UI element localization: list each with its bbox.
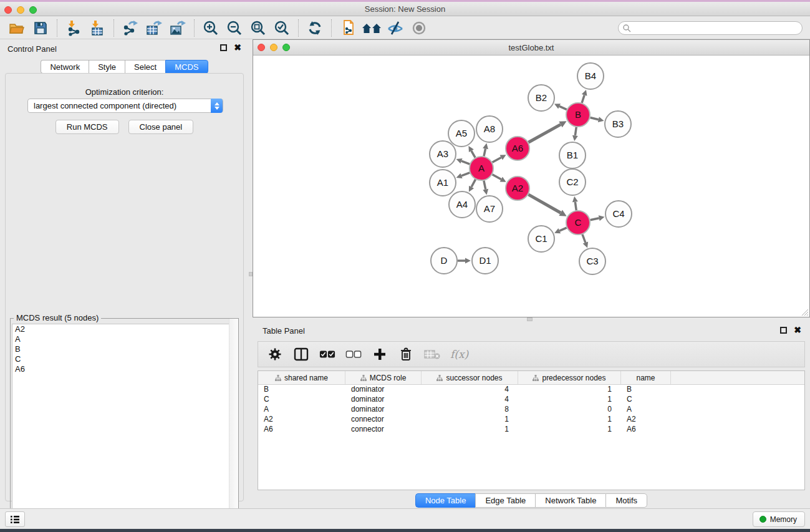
search-input[interactable] [618, 21, 803, 35]
graph-node-A3[interactable]: A3 [430, 141, 456, 167]
graph-node-B[interactable]: B [566, 103, 590, 127]
table-cell[interactable]: 8 [422, 405, 518, 415]
save-session-button[interactable] [29, 18, 52, 38]
table-cell[interactable]: 0 [518, 405, 621, 415]
column-header-name[interactable]: name [621, 371, 671, 384]
table-cell[interactable]: connector [345, 425, 422, 435]
new-network-from-selection-button[interactable] [336, 18, 360, 38]
import-network-button[interactable] [62, 18, 85, 38]
close-panel-button[interactable]: Close panel [128, 120, 194, 134]
table-cell[interactable]: C [621, 395, 671, 405]
graph-edge-C-C1[interactable] [559, 228, 566, 231]
graph-edge-B-B2[interactable] [559, 106, 567, 109]
tab-network-table[interactable]: Network Table [535, 493, 605, 508]
table-cell[interactable]: 1 [518, 425, 621, 435]
graph-node-A8[interactable]: A8 [476, 116, 503, 142]
graph-node-B2[interactable]: B2 [528, 85, 554, 111]
table-cell[interactable]: B [621, 385, 671, 395]
graph-node-B1[interactable]: B1 [559, 142, 586, 168]
node-table[interactable]: shared nameMCDS rolesuccessor nodesprede… [258, 370, 805, 490]
table-cell[interactable]: 1 [422, 425, 518, 435]
mcds-result-item[interactable]: B [12, 344, 236, 354]
show-graphics-details-button[interactable] [407, 18, 431, 38]
tab-motifs[interactable]: Motifs [605, 493, 647, 508]
show-column-panel-button[interactable] [293, 345, 309, 364]
zoom-fit-button[interactable] [246, 18, 270, 38]
table-cell[interactable]: A6 [621, 425, 671, 435]
create-column-button[interactable] [372, 345, 388, 364]
float-table-panel-icon[interactable] [780, 327, 787, 334]
graph-node-D1[interactable]: D1 [472, 248, 498, 274]
delete-columns-button[interactable] [398, 345, 414, 364]
zoom-out-button[interactable] [223, 18, 246, 38]
graph-node-A2[interactable]: A2 [506, 177, 529, 200]
export-image-button[interactable] [166, 18, 190, 38]
graph-node-A1[interactable]: A1 [430, 170, 456, 196]
mcds-result-list[interactable]: A2ABCA6 [12, 324, 237, 531]
network-canvas[interactable]: AA1A2A3A4A5A6A7A8BB1B2B3B4CC1C2C3C4DD1 [253, 56, 809, 317]
refresh-button[interactable] [303, 18, 327, 38]
graph-edge-A-A2[interactable] [493, 175, 501, 180]
graph-node-A6[interactable]: A6 [506, 137, 529, 160]
graph-node-C4[interactable]: C4 [605, 201, 632, 227]
export-network-button[interactable] [118, 18, 142, 38]
tab-style[interactable]: Style [89, 60, 125, 74]
zoom-in-button[interactable] [199, 18, 223, 38]
table-settings-button[interactable] [267, 345, 283, 364]
table-cell[interactable]: A [258, 405, 345, 415]
graph-edge-B-B3[interactable] [590, 118, 598, 120]
table-row[interactable]: Cdominator41C [258, 395, 804, 405]
graph-node-A7[interactable]: A7 [476, 196, 503, 222]
export-table-button[interactable] [142, 18, 166, 38]
graph-edge-A2-C[interactable] [528, 195, 561, 213]
column-header-successor-nodes[interactable]: successor nodes [422, 371, 518, 384]
table-cell[interactable]: 4 [422, 395, 518, 405]
tab-mcds[interactable]: MCDS [165, 60, 208, 74]
table-cell[interactable]: dominator [345, 385, 422, 395]
first-neighbors-button[interactable] [360, 18, 383, 38]
graph-node-C3[interactable]: C3 [579, 248, 605, 274]
table-cell[interactable]: A6 [258, 425, 345, 435]
table-cell[interactable]: 1 [518, 415, 621, 425]
table-cell[interactable]: A2 [621, 415, 671, 425]
main-titlebar[interactable]: Session: New Session [0, 2, 810, 16]
table-cell[interactable]: C [258, 395, 345, 405]
graph-edge-B-B1[interactable] [575, 127, 576, 135]
graph-edge-A-A5[interactable] [471, 151, 475, 158]
graph-edge-A-A7[interactable] [484, 181, 486, 190]
graph-edge-A-A3[interactable] [461, 161, 470, 164]
mcds-result-item[interactable]: A [12, 334, 236, 344]
table-row[interactable]: A6connector11A6 [258, 425, 804, 435]
unselect-all-columns-button[interactable] [345, 345, 362, 364]
network-window-titlebar[interactable]: testGlobe.txt [253, 40, 809, 56]
graph-node-C1[interactable]: C1 [528, 226, 554, 252]
column-header-predecessor-nodes[interactable]: predecessor nodes [518, 371, 621, 384]
table-cell[interactable]: B [258, 385, 345, 395]
graph-edge-B-B4[interactable] [582, 95, 584, 103]
table-cell[interactable]: 4 [422, 385, 518, 395]
close-panel-icon[interactable]: ✖ [234, 44, 241, 51]
column-header-MCDS-role[interactable]: MCDS role [345, 371, 422, 384]
graph-node-D[interactable]: D [431, 248, 457, 274]
table-cell[interactable]: dominator [345, 405, 422, 415]
close-table-panel-icon[interactable]: ✖ [794, 327, 801, 334]
table-cell[interactable]: 1 [518, 395, 621, 405]
tab-select[interactable]: Select [125, 60, 165, 74]
table-row[interactable]: A2connector11A2 [258, 415, 804, 425]
float-panel-icon[interactable] [220, 44, 227, 51]
graph-node-A4[interactable]: A4 [449, 191, 475, 218]
table-cell[interactable]: connector [345, 415, 422, 425]
table-cell[interactable]: A2 [258, 415, 345, 425]
graph-edge-C-C2[interactable] [575, 202, 576, 210]
memory-button[interactable]: Memory [753, 511, 805, 527]
tab-edge-table[interactable]: Edge Table [475, 493, 535, 508]
mcds-result-item[interactable]: A2 [12, 324, 236, 334]
tab-network[interactable]: Network [41, 60, 89, 74]
graph-edge-A-A4[interactable] [471, 180, 475, 187]
column-header-shared-name[interactable]: shared name [258, 371, 345, 384]
graph-edge-A-A6[interactable] [493, 157, 501, 162]
graph-node-A[interactable]: A [470, 157, 493, 180]
open-session-button[interactable] [5, 18, 29, 38]
table-row[interactable]: Bdominator41B [258, 385, 804, 395]
graph-edge-A6-B[interactable] [528, 125, 561, 143]
